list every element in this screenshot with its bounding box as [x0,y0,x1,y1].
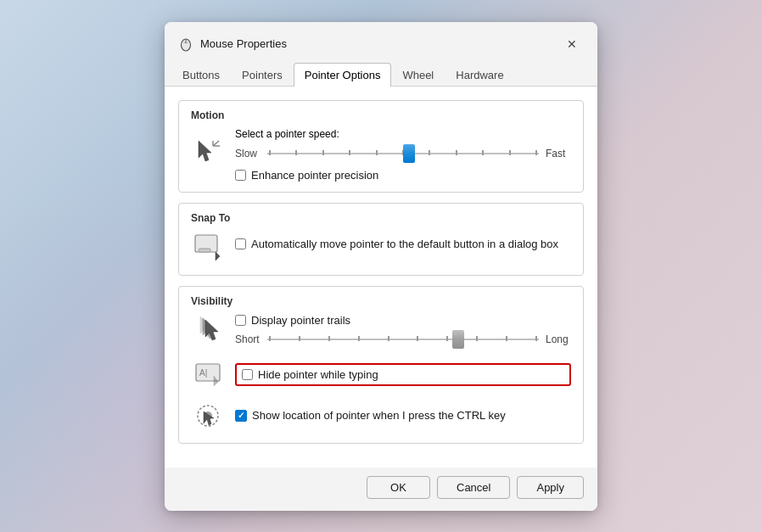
svg-marker-2 [199,141,211,161]
motion-controls: Select a pointer speed: Slow [235,128,571,182]
snap-icon [191,231,225,265]
trails-label[interactable]: Display pointer trails [251,314,350,327]
motion-icon [191,137,225,171]
tab-pointers[interactable]: Pointers [231,63,294,87]
precision-checkbox-row: Enhance pointer precision [235,169,571,182]
title-bar: Mouse Properties ✕ [165,22,597,63]
show-ctrl-row: Show location of pointer when I press th… [191,399,571,433]
speed-slider-row: Slow [235,145,571,162]
svg-text:A|: A| [199,368,207,378]
precision-label[interactable]: Enhance pointer precision [251,169,378,182]
svg-line-3 [213,141,219,146]
snap-label[interactable]: Automatically move pointer to the defaul… [251,238,558,250]
slow-label: Slow [235,148,261,160]
speed-slider-thumb[interactable] [403,144,415,163]
snap-to-title: Snap To [191,212,571,224]
snap-to-section: Snap To Automatically move pointer to th… [178,203,584,276]
tab-bar: Buttons Pointers Pointer Options Wheel H… [165,63,597,87]
ctrl-controls: Show location of pointer when I press th… [235,409,571,422]
apply-button[interactable]: Apply [517,476,584,499]
ctrl-label[interactable]: Show location of pointer when I press th… [252,409,506,422]
motion-section: Motion Select a pointer speed: Slow [178,100,584,193]
trails-slider-row: Short [235,331,571,348]
trails-slider-thumb[interactable] [452,330,464,349]
svg-rect-7 [199,249,210,252]
trails-slider[interactable] [267,331,539,348]
mouse-properties-dialog: Mouse Properties ✕ Buttons Pointers Poin… [165,22,597,511]
trails-icon [191,314,225,348]
tab-buttons[interactable]: Buttons [171,63,231,87]
cancel-button[interactable]: Cancel [437,476,510,499]
ok-button[interactable]: OK [367,476,430,499]
snap-controls: Automatically move pointer to the defaul… [235,231,571,250]
svg-marker-8 [216,252,220,260]
hide-pointer-checkbox-row: Hide pointer while typing [235,363,571,386]
snap-checkbox[interactable] [235,238,246,249]
motion-row: Select a pointer speed: Slow [191,128,571,182]
slider-track [267,153,539,154]
dialog-title: Mouse Properties [200,37,560,50]
trails-track [267,339,539,340]
hide-pointer-icon: A| [191,356,225,390]
svg-marker-11 [205,320,218,340]
visibility-title: Visibility [191,295,571,307]
short-label: Short [235,333,261,345]
tab-pointer-options[interactable]: Pointer Options [294,63,392,87]
mouse-icon [178,36,193,52]
visibility-section: Visibility Display pointer trails [178,286,584,444]
snap-checkbox-row: Automatically move pointer to the defaul… [235,238,571,250]
snap-row: Automatically move pointer to the defaul… [191,231,571,265]
long-label: Long [546,333,571,345]
hide-pointer-controls: Hide pointer while typing [235,360,571,386]
dialog-footer: OK Cancel Apply [165,468,597,511]
trails-dots [267,338,539,341]
fast-label: Fast [546,148,571,160]
speed-label: Select a pointer speed: [235,128,571,140]
ctrl-checkbox-checked[interactable] [235,410,247,422]
tab-wheel[interactable]: Wheel [391,63,445,87]
hide-pointer-label[interactable]: Hide pointer while typing [258,368,378,381]
motion-section-title: Motion [191,109,571,121]
dialog-content: Motion Select a pointer speed: Slow [165,87,597,468]
tab-hardware[interactable]: Hardware [445,63,514,87]
precision-checkbox[interactable] [235,170,246,181]
hide-pointer-row: A| Hide pointer while typing [191,356,571,390]
trails-checkbox[interactable] [235,315,246,326]
ctrl-icon [191,399,225,433]
speed-slider[interactable] [267,145,539,162]
trails-controls: Display pointer trails Short [235,314,571,348]
trails-checkbox-row: Display pointer trails [235,314,571,327]
close-button[interactable]: ✕ [560,32,584,56]
hide-pointer-checkbox[interactable] [242,369,253,380]
ctrl-checkbox-row: Show location of pointer when I press th… [235,409,571,422]
trails-row: Display pointer trails Short [191,314,571,348]
